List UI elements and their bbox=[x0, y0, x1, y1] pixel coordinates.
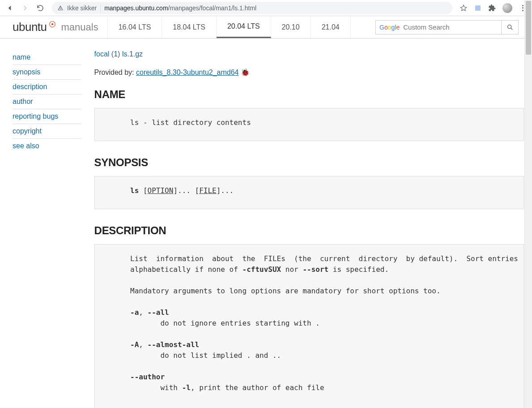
search-area: Google bbox=[375, 16, 532, 38]
scrollbar[interactable] bbox=[524, 0, 532, 408]
tab-16.04-lts[interactable]: 16.04 LTS bbox=[108, 16, 162, 38]
forward-button[interactable] bbox=[19, 2, 31, 14]
tab-21.04[interactable]: 21.04 bbox=[311, 16, 351, 38]
provided-by: Provided by: coreutils_8.30-3ubuntu2_amd… bbox=[94, 68, 524, 77]
svg-rect-0 bbox=[475, 5, 481, 11]
ubuntu-circle-icon: ⦿ bbox=[49, 21, 56, 29]
search-button[interactable] bbox=[501, 20, 518, 34]
star-icon[interactable] bbox=[460, 4, 468, 12]
svg-point-1 bbox=[507, 25, 511, 28]
site-header: ubuntu⦿ manuals 16.04 LTS18.04 LTS20.04 … bbox=[0, 16, 532, 39]
toc-item-copyright[interactable]: copyright bbox=[13, 124, 81, 139]
description-box: List information about the FILEs (the cu… bbox=[94, 244, 524, 408]
back-button[interactable] bbox=[4, 2, 16, 14]
tab-20.10[interactable]: 20.10 bbox=[271, 16, 311, 38]
toc-item-name[interactable]: name bbox=[13, 50, 81, 65]
bc-section[interactable]: 1 bbox=[114, 50, 118, 58]
bc-file[interactable]: ls.1.gz bbox=[122, 50, 143, 58]
separator bbox=[100, 4, 101, 12]
puzzle-icon[interactable] bbox=[488, 4, 496, 12]
heading-synopsis: SYNOPSIS bbox=[94, 156, 524, 169]
browser-toolbar: Ikke sikker manpages.ubuntu.com/manpages… bbox=[0, 0, 532, 16]
scrollbar-thumb[interactable] bbox=[526, 1, 531, 55]
profile-avatar[interactable] bbox=[502, 3, 512, 13]
svg-line-2 bbox=[511, 28, 512, 30]
breadcrumb: focal (1) ls.1.gz bbox=[94, 50, 524, 58]
tab-18.04-lts[interactable]: 18.04 LTS bbox=[162, 16, 217, 38]
bc-dist[interactable]: focal bbox=[94, 50, 110, 58]
toc-item-synopsis[interactable]: synopsis bbox=[13, 65, 81, 80]
extension-icon[interactable] bbox=[474, 4, 482, 12]
search-box: Google bbox=[375, 20, 519, 34]
name-box: ls - list directory contents bbox=[94, 108, 524, 141]
not-secure-icon bbox=[57, 5, 64, 11]
toolbar-right bbox=[458, 3, 528, 13]
version-tabs: 16.04 LTS18.04 LTS20.04 LTS20.1021.04 bbox=[108, 16, 351, 38]
toc-item-reporting-bugs[interactable]: reporting bugs bbox=[13, 109, 81, 124]
toc-item-see-also[interactable]: see also bbox=[13, 139, 81, 153]
manpage-content: focal (1) ls.1.gz Provided by: coreutils… bbox=[81, 50, 524, 408]
logo[interactable]: ubuntu⦿ manuals bbox=[0, 16, 108, 38]
heading-name: NAME bbox=[94, 88, 524, 101]
address-bar[interactable]: Ikke sikker manpages.ubuntu.com/manpages… bbox=[52, 2, 452, 14]
tab-20.04-lts[interactable]: 20.04 LTS bbox=[217, 16, 271, 38]
toc-item-author[interactable]: author bbox=[13, 94, 81, 109]
url-text: manpages.ubuntu.com/manpages/focal/man1/… bbox=[104, 4, 256, 12]
reload-button[interactable] bbox=[34, 2, 47, 14]
arrow-left-icon bbox=[6, 4, 14, 12]
synopsis-box: ls [OPTION]... [FILE]... bbox=[94, 176, 524, 209]
toc-sidebar: namesynopsisdescriptionauthorreporting b… bbox=[13, 50, 81, 408]
google-logo: Google bbox=[376, 24, 403, 31]
search-icon bbox=[506, 24, 514, 31]
search-input[interactable] bbox=[403, 23, 501, 31]
heading-description: DESCRIPTION bbox=[94, 224, 524, 237]
package-link[interactable]: coreutils_8.30-3ubuntu2_amd64 bbox=[136, 69, 239, 76]
reload-icon bbox=[36, 4, 44, 12]
bug-icon[interactable]: 🐞 bbox=[241, 68, 250, 77]
arrow-right-icon bbox=[21, 4, 29, 12]
toc-item-description[interactable]: description bbox=[13, 80, 81, 94]
not-secure-label: Ikke sikker bbox=[67, 4, 97, 12]
